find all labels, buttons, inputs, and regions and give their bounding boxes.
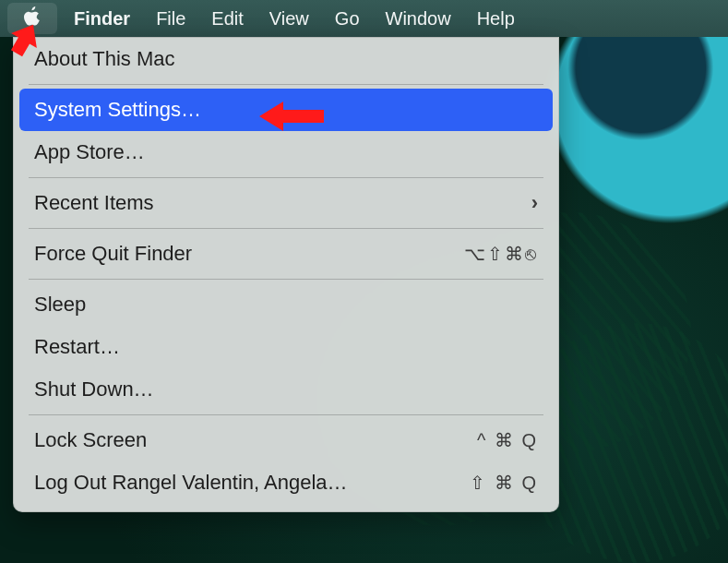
log-out-item[interactable]: Log Out Rangel Valentin, Angela… ⇧ ⌘ Q (14, 461, 558, 504)
menu-separator (29, 279, 543, 280)
shut-down-item[interactable]: Shut Down… (14, 368, 558, 411)
menu-item-label: Lock Screen (34, 428, 147, 452)
apple-menu-dropdown: About This Mac System Settings… App Stor… (13, 37, 559, 512)
menu-item-label: Sleep (34, 293, 86, 317)
apple-menu-button[interactable] (7, 3, 57, 34)
menu-file[interactable]: File (143, 0, 198, 37)
menu-bar: Finder File Edit View Go Window Help (0, 0, 728, 37)
menu-item-label: Restart… (34, 335, 120, 359)
menu-item-label: Log Out Rangel Valentin, Angela… (34, 471, 348, 495)
menu-item-label: Shut Down… (34, 377, 154, 401)
apple-logo-icon (22, 6, 42, 32)
restart-item[interactable]: Restart… (14, 326, 558, 368)
menu-separator (29, 84, 543, 85)
app-store-item[interactable]: App Store… (14, 131, 558, 174)
menu-item-label: App Store… (34, 140, 145, 164)
menu-go[interactable]: Go (322, 0, 373, 37)
menu-item-label: System Settings… (34, 98, 201, 122)
menu-item-label: Recent Items (34, 191, 154, 215)
system-settings-item[interactable]: System Settings… (19, 89, 553, 131)
lock-screen-item[interactable]: Lock Screen ^ ⌘ Q (14, 419, 558, 461)
menu-separator (29, 414, 543, 415)
menu-item-label: About This Mac (34, 47, 174, 71)
chevron-right-icon: › (531, 191, 538, 215)
force-quit-item[interactable]: Force Quit Finder ⌥⇧⌘⎋ (14, 233, 558, 275)
sleep-item[interactable]: Sleep (14, 283, 558, 326)
about-this-mac-item[interactable]: About This Mac (14, 38, 558, 80)
menu-window[interactable]: Window (373, 0, 464, 37)
menu-item-label: Force Quit Finder (34, 242, 192, 266)
menu-separator (29, 177, 543, 178)
menu-view[interactable]: View (257, 0, 322, 37)
recent-items-item[interactable]: Recent Items › (14, 182, 558, 224)
keyboard-shortcut: ^ ⌘ Q (477, 429, 538, 451)
menu-app-name[interactable]: Finder (61, 0, 143, 37)
menu-separator (29, 228, 543, 229)
keyboard-shortcut: ⇧ ⌘ Q (470, 472, 538, 494)
menu-edit[interactable]: Edit (198, 0, 256, 37)
menu-help[interactable]: Help (464, 0, 528, 37)
keyboard-shortcut: ⌥⇧⌘⎋ (464, 243, 538, 265)
